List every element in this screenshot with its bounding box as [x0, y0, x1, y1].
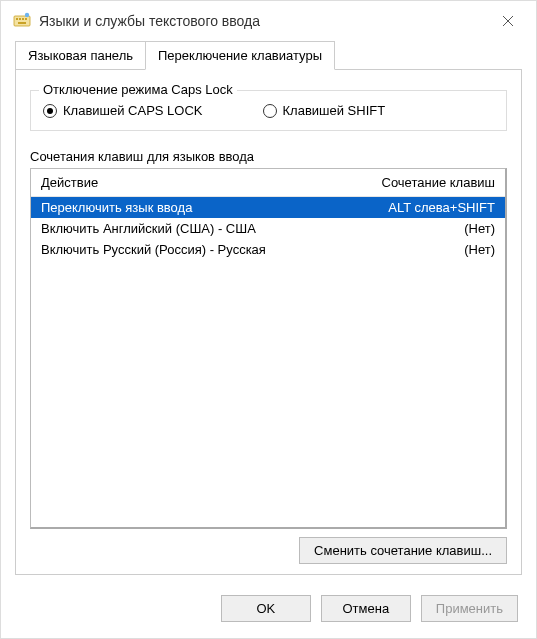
- row-shortcut: ALT слева+SHIFT: [345, 200, 495, 215]
- list-item[interactable]: Переключить язык ввода ALT слева+SHIFT: [31, 197, 505, 218]
- row-shortcut: (Нет): [345, 221, 495, 236]
- tab-content: Отключение режима Caps Lock Клавишей CAP…: [15, 69, 522, 575]
- capslock-radio-row: Клавишей CAPS LOCK Клавишей SHIFT: [43, 103, 494, 118]
- cancel-button[interactable]: Отмена: [321, 595, 411, 622]
- close-icon: [502, 15, 514, 27]
- hotkeys-listview[interactable]: Действие Сочетание клавиш Переключить яз…: [30, 168, 507, 529]
- row-shortcut: (Нет): [345, 242, 495, 257]
- tab-language-bar[interactable]: Языковая панель: [15, 41, 146, 69]
- hotkeys-section-label: Сочетания клавиш для языков ввода: [30, 149, 507, 164]
- radio-capslock[interactable]: Клавишей CAPS LOCK: [43, 103, 203, 118]
- app-icon: [13, 12, 31, 30]
- window-title: Языки и службы текстового ввода: [39, 13, 484, 29]
- change-hotkey-button[interactable]: Сменить сочетание клавиш...: [299, 537, 507, 564]
- radio-shift-label: Клавишей SHIFT: [283, 103, 386, 118]
- hotkeys-listview-wrap: Действие Сочетание клавиш Переключить яз…: [30, 168, 507, 564]
- radio-shift[interactable]: Клавишей SHIFT: [263, 103, 386, 118]
- list-item[interactable]: Включить Английский (США) - США (Нет): [31, 218, 505, 239]
- close-button[interactable]: [492, 5, 524, 37]
- column-header-action[interactable]: Действие: [31, 169, 355, 196]
- list-item[interactable]: Включить Русский (Россия) - Русская (Нет…: [31, 239, 505, 260]
- svg-rect-1: [16, 18, 18, 20]
- change-hotkey-row: Сменить сочетание клавиш...: [30, 537, 507, 564]
- listview-header: Действие Сочетание клавиш: [31, 169, 505, 197]
- column-header-shortcut[interactable]: Сочетание клавиш: [355, 169, 505, 196]
- radio-icon: [263, 104, 277, 118]
- capslock-legend: Отключение режима Caps Lock: [39, 82, 237, 97]
- svg-rect-4: [25, 18, 27, 20]
- radio-capslock-label: Клавишей CAPS LOCK: [63, 103, 203, 118]
- tab-strip: Языковая панель Переключение клавиатуры: [1, 41, 536, 69]
- radio-icon: [43, 104, 57, 118]
- titlebar: Языки и службы текстового ввода: [1, 1, 536, 41]
- dialog-window: Языки и службы текстового ввода Языковая…: [0, 0, 537, 639]
- svg-rect-0: [14, 16, 30, 26]
- listview-body: Переключить язык ввода ALT слева+SHIFT В…: [31, 197, 505, 527]
- dialog-button-row: OK Отмена Применить: [1, 585, 536, 638]
- svg-rect-3: [22, 18, 24, 20]
- svg-point-6: [25, 13, 29, 17]
- svg-rect-2: [19, 18, 21, 20]
- tab-keyboard-switching[interactable]: Переключение клавиатуры: [145, 41, 335, 70]
- svg-rect-5: [18, 22, 26, 24]
- capslock-groupbox: Отключение режима Caps Lock Клавишей CAP…: [30, 90, 507, 131]
- ok-button[interactable]: OK: [221, 595, 311, 622]
- row-action: Переключить язык ввода: [41, 200, 345, 215]
- apply-button[interactable]: Применить: [421, 595, 518, 622]
- row-action: Включить Английский (США) - США: [41, 221, 345, 236]
- row-action: Включить Русский (Россия) - Русская: [41, 242, 345, 257]
